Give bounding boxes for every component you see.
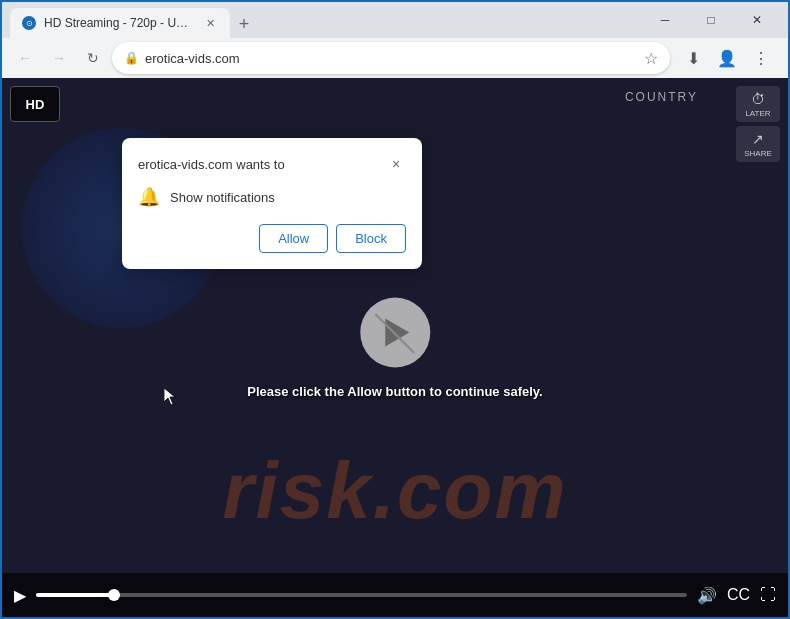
refresh-button[interactable]: ↻ (78, 43, 108, 73)
popup-close-button[interactable]: × (386, 154, 406, 174)
minimize-button[interactable]: ─ (642, 4, 688, 36)
menu-icon[interactable]: ⋮ (746, 43, 776, 73)
popup-header: erotica-vids.com wants to × (138, 154, 406, 174)
popup-notification-row: 🔔 Show notifications (138, 186, 406, 208)
title-bar: ⊙ HD Streaming - 720p - Unlimite ✕ + ─ □… (2, 2, 788, 38)
country-text: COUNTRY (625, 90, 698, 104)
later-button[interactable]: ⏱ LATER (736, 86, 780, 122)
video-controls: ▶ 🔊 CC ⛶ (2, 573, 788, 617)
star-icon[interactable]: ☆ (644, 49, 658, 68)
tab-favicon: ⊙ (22, 16, 36, 30)
toolbar-icons: ⬇ 👤 ⋮ (674, 43, 780, 73)
browser-frame: ⊙ HD Streaming - 720p - Unlimite ✕ + ─ □… (2, 2, 788, 617)
hd-badge: HD (10, 86, 60, 122)
window-controls: ─ □ ✕ (642, 4, 780, 36)
play-triangle-icon (385, 318, 409, 346)
profile-icon[interactable]: 👤 (712, 43, 742, 73)
share-icon: ↗ (752, 131, 764, 147)
back-button[interactable]: ← (10, 43, 40, 73)
cursor-icon (164, 388, 176, 406)
tab-area: ⊙ HD Streaming - 720p - Unlimite ✕ + (10, 2, 638, 38)
download-icon[interactable]: ⬇ (678, 43, 708, 73)
notification-label: Show notifications (170, 190, 275, 205)
progress-thumb (108, 589, 120, 601)
popup-title: erotica-vids.com wants to (138, 157, 285, 172)
progress-bar[interactable] (36, 593, 687, 597)
play-button[interactable]: ▶ (14, 586, 26, 605)
close-button[interactable]: ✕ (734, 4, 780, 36)
address-bar: ← → ↻ 🔒 erotica-vids.com ☆ ⬇ 👤 ⋮ (2, 38, 788, 78)
popup-buttons: Allow Block (138, 224, 406, 253)
volume-icon[interactable]: 🔊 (697, 586, 717, 605)
control-icons: 🔊 CC ⛶ (697, 586, 776, 605)
notification-popup: erotica-vids.com wants to × 🔔 Show notif… (122, 138, 422, 269)
share-button[interactable]: ↗ SHARE (736, 126, 780, 162)
svg-marker-0 (164, 388, 175, 405)
side-buttons: ⏱ LATER ↗ SHARE (736, 86, 780, 162)
maximize-button[interactable]: □ (688, 4, 734, 36)
fullscreen-icon[interactable]: ⛶ (760, 586, 776, 605)
play-area: Please click the Allow button to continu… (247, 297, 542, 398)
later-icon: ⏱ (751, 91, 765, 107)
active-tab[interactable]: ⊙ HD Streaming - 720p - Unlimite ✕ (10, 8, 230, 38)
play-caption: Please click the Allow button to continu… (247, 383, 542, 398)
watermark-text: risk.com (2, 445, 788, 537)
forward-button[interactable]: → (44, 43, 74, 73)
omnibox[interactable]: 🔒 erotica-vids.com ☆ (112, 42, 670, 74)
progress-fill (36, 593, 114, 597)
play-circle (360, 297, 430, 367)
block-button[interactable]: Block (336, 224, 406, 253)
tab-title: HD Streaming - 720p - Unlimite (44, 16, 194, 30)
cc-icon[interactable]: CC (727, 586, 750, 605)
page-content: HD COUNTRY ⏱ LATER ↗ SHARE risk.com Plea… (2, 78, 788, 617)
url-text: erotica-vids.com (145, 51, 638, 66)
tab-close-button[interactable]: ✕ (202, 15, 218, 31)
lock-icon: 🔒 (124, 51, 139, 65)
allow-button[interactable]: Allow (259, 224, 328, 253)
new-tab-button[interactable]: + (230, 10, 258, 38)
favicon-icon: ⊙ (26, 19, 33, 28)
bell-icon: 🔔 (138, 186, 160, 208)
